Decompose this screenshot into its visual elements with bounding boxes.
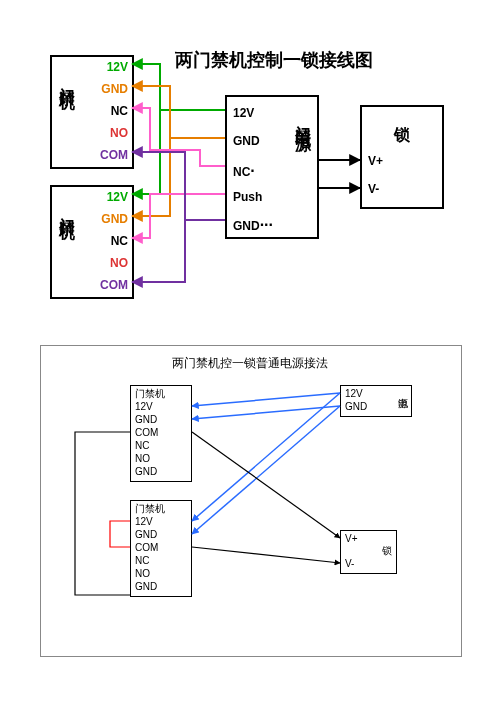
d1-b-pin4: COM (100, 279, 128, 291)
d1-b-pin3: NO (110, 257, 128, 269)
d2-a-p1: GND (135, 415, 157, 425)
d2-lk-p0: V+ (345, 534, 358, 544)
d1-lock-label: 锁 (362, 125, 442, 146)
d1-b-pin1: GND (101, 213, 128, 225)
d2-b-p3: NC (135, 556, 149, 566)
d1-lock: 锁 V+ V- (360, 105, 444, 209)
d1-controller: 门禁电源 12V GND NC· Push GND··· (225, 95, 319, 239)
d2-a-p2: COM (135, 428, 158, 438)
d1-l-pin0: V+ (368, 155, 383, 167)
d2-b-p5: GND (135, 582, 157, 592)
d2-access-a: 门禁机 12V GND COM NC NO GND (130, 385, 192, 482)
d1-c-pin0: 12V (233, 107, 254, 119)
d2-b-p4: NO (135, 569, 150, 579)
d2-a-p3: NC (135, 441, 149, 451)
d2-pw-p1: GND (345, 402, 367, 412)
d1-access-b-label: 门禁机 (56, 203, 77, 215)
d2-b-p2: COM (135, 543, 158, 553)
d2-access-b: 门禁机 12V GND COM NC NO GND (130, 500, 192, 597)
d2-a-label: 门禁机 (135, 389, 165, 399)
d1-access-b: 门禁机 12V GND NC NO COM (50, 185, 134, 299)
d1-c-pin3: Push (233, 191, 262, 203)
d1-c-pin1: GND (233, 135, 260, 147)
d1-a-pin2: NC (111, 105, 128, 117)
d1-access-a: 门禁机 12V GND NC NO COM (50, 55, 134, 169)
d1-controller-label: 门禁电源 (292, 111, 313, 127)
d2-a-p5: GND (135, 467, 157, 477)
d1-a-pin3: NO (110, 127, 128, 139)
d1-title: 两门禁机控制一锁接线图 (175, 48, 373, 72)
d2-pw-p0: 12V (345, 389, 363, 399)
d1-l-pin1: V- (368, 183, 379, 195)
d2-lk-label: 锁 (382, 546, 392, 556)
d2-b-p0: 12V (135, 517, 153, 527)
d1-access-a-label: 门禁机 (56, 73, 77, 85)
d1-a-pin4: COM (100, 149, 128, 161)
d2-title: 两门禁机控一锁普通电源接法 (0, 355, 500, 372)
d2-a-p0: 12V (135, 402, 153, 412)
d1-b-pin0: 12V (107, 191, 128, 203)
d1-b-pin2: NC (111, 235, 128, 247)
d2-b-label: 门禁机 (135, 504, 165, 514)
d1-a-pin1: GND (101, 83, 128, 95)
d1-c-pin4: GND··· (233, 217, 273, 233)
d2-lk-p1: V- (345, 559, 354, 569)
d2-b-p1: GND (135, 530, 157, 540)
d1-c-pin2: NC· (233, 163, 255, 179)
d2-a-p4: NO (135, 454, 150, 464)
d2-lock: V+ V- 锁 (340, 530, 397, 574)
d1-a-pin0: 12V (107, 61, 128, 73)
d2-power: 12V GND 电源 (340, 385, 412, 417)
